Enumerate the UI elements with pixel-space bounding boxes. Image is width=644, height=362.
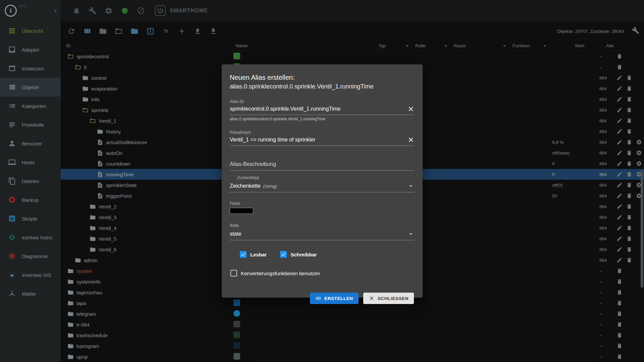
readable-checkbox[interactable]: Lesbar [240,251,267,258]
create-alias-dialog: Neuen Alias erstellen: alias.0.sprinklec… [222,64,423,298]
chevron-down-icon [407,230,415,238]
rw-checkbox-row: Lesbar Schreibbar [240,251,415,258]
checkbox-icon [240,251,247,258]
alias-id-label: Alias-ID [230,99,415,104]
create-button-label: ERSTELLEN [324,296,353,301]
convert-checkbox-row: Konvertierungsfunktionen benutzen [230,270,415,277]
dialog-title-id: alias.0.sprinklecontrol.0.sprinkle.Venti… [230,82,415,91]
color-swatch[interactable] [230,208,253,214]
state-type-select[interactable]: Zeichenkette (string) [230,180,415,192]
close-button-label: SCHLIESSEN [378,296,409,301]
clear-alias-id-button[interactable] [407,105,415,113]
state-type-value: Zeichenkette [230,183,261,189]
state-type-suffix: (string) [263,184,277,189]
create-button[interactable]: ERSTELLEN [310,293,359,304]
alias-id-helper: alias.0.sprinklecontrol.0.sprinkle.Venti… [230,117,415,121]
role-select[interactable]: state [230,228,415,240]
checkbox-icon [280,251,287,258]
role-value: state [230,231,241,237]
use-conversion-label: Konvertierungsfunktionen benutzen [241,270,320,276]
chevron-down-icon [407,182,415,190]
color-label: Farbe [230,201,415,206]
state-type-label: Zustandstyp [230,175,415,180]
role-label: Rolle [230,223,415,228]
dialog-title: Neuen Alias erstellen: [230,73,415,82]
dialog-buttons: ERSTELLEN SCHLIESSEN [230,293,415,304]
close-button[interactable]: SCHLIESSEN [363,293,414,304]
use-conversion-checkbox[interactable]: Konvertierungsfunktionen benutzen [230,270,320,277]
alias-id-field [230,104,415,115]
writable-label: Schreibbar [290,252,317,257]
writable-checkbox[interactable]: Schreibbar [280,251,317,258]
alias-link-icon [315,295,321,301]
alias-description-input[interactable]: Alias-Beschreibung [230,160,415,171]
pseudonym-field [230,135,415,146]
checkbox-icon [230,270,237,277]
alias-id-input[interactable] [230,106,407,112]
pseudonym-input[interactable] [230,137,407,143]
readable-label: Lesbar [250,252,267,257]
pseudonym-label: Pseudonym [230,130,415,135]
close-icon [369,295,375,301]
iobroker-admin-app: SMARTHOME i v7.7.1 ‹ ÜbersichtAdapterIns… [0,0,644,362]
clear-pseudonym-button[interactable] [407,136,415,143]
